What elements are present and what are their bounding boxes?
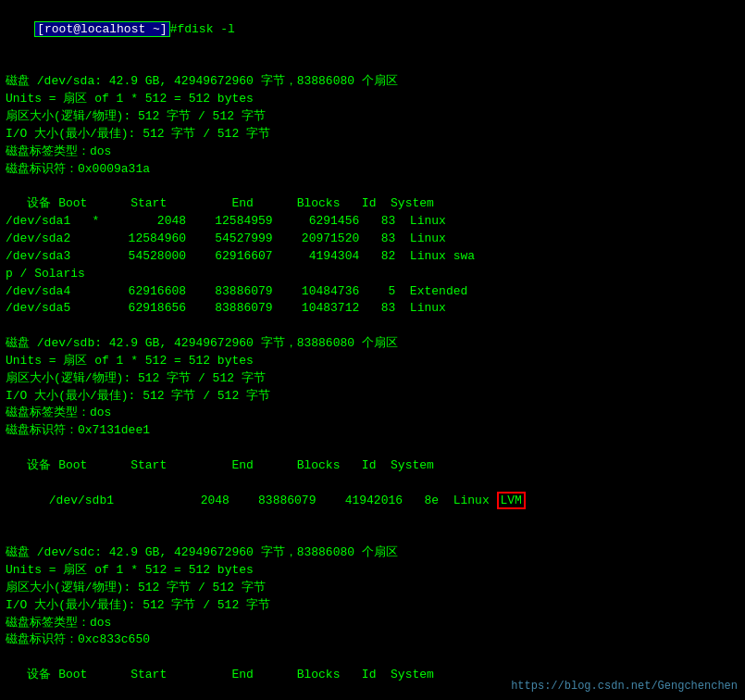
- sda-part-2: /dev/sda3 54528000 62916607 4194304 82 L…: [6, 248, 739, 266]
- sdc-info-0: 磁盘 /dev/sdc: 42.9 GB, 42949672960 字节，838…: [6, 544, 739, 562]
- blank3: [6, 318, 739, 335]
- sda-part-5: /dev/sda5 62918656 83886079 10483712 83 …: [6, 300, 739, 318]
- sdb-partition-line: /dev/sdb1 2048 83886079 41942016 8e Linu…: [6, 475, 739, 528]
- command-text: #fdisk -l: [170, 22, 235, 36]
- sdc-info-1: Units = 扇区 of 1 * 512 = 512 bytes: [6, 562, 739, 580]
- sda-table-header: 设备 Boot Start End Blocks Id System: [6, 195, 739, 213]
- sda-part-1: /dev/sda2 12584960 54527999 20971520 83 …: [6, 231, 739, 248]
- sdb-info-1: Units = 扇区 of 1 * 512 = 512 bytes: [6, 353, 739, 370]
- prompt-highlight: [root@localhost ~]: [34, 21, 169, 37]
- sda-info-4: 磁盘标签类型：dos: [6, 144, 739, 161]
- sdb-part-prefix: /dev/sdb1 2048 83886079 41942016 8e Linu…: [49, 494, 497, 507]
- sda-info-1: Units = 扇区 of 1 * 512 = 512 bytes: [6, 91, 739, 108]
- sdb-info-3: I/O 大小(最小/最佳): 512 字节 / 512 字节: [6, 388, 739, 406]
- sdb-info-5: 磁盘标识符：0x7131dee1: [6, 422, 739, 440]
- sdc-section: 磁盘 /dev/sdc: 42.9 GB, 42949672960 字节，838…: [6, 544, 739, 700]
- command-line: [root@localhost ~]#fdisk -l: [6, 4, 739, 56]
- sdc-info-2: 扇区大小(逻辑/物理): 512 字节 / 512 字节: [6, 580, 739, 597]
- sdb-section: 磁盘 /dev/sdb: 42.9 GB, 42949672960 字节，838…: [6, 335, 739, 527]
- sda-part-4: /dev/sda4 62916608 83886079 10484736 5 E…: [6, 283, 739, 301]
- sda-part-3: p / Solaris: [6, 266, 739, 283]
- blank1: [6, 56, 739, 74]
- sda-info-5: 磁盘标识符：0x0009a31a: [6, 161, 739, 179]
- sdb-info-2: 扇区大小(逻辑/物理): 512 字节 / 512 字节: [6, 370, 739, 388]
- blank2: [6, 178, 739, 195]
- sdb-info-4: 磁盘标签类型：dos: [6, 405, 739, 422]
- sda-info-0: 磁盘 /dev/sda: 42.9 GB, 42949672960 字节，838…: [6, 73, 739, 91]
- sdb-lvm-box: LVM: [497, 492, 526, 509]
- sdc-info-4: 磁盘标签类型：dos: [6, 615, 739, 632]
- blank6: [6, 649, 739, 667]
- sdc-info-5: 磁盘标识符：0xc833c650: [6, 631, 739, 649]
- sdb-table-header: 设备 Boot Start End Blocks Id System: [6, 457, 739, 475]
- blank5: [6, 527, 739, 544]
- sda-info-3: I/O 大小(最小/最佳): 512 字节 / 512 字节: [6, 126, 739, 144]
- terminal: [root@localhost ~]#fdisk -l 磁盘 /dev/sda:…: [0, 0, 745, 700]
- sdc-info-3: I/O 大小(最小/最佳): 512 字节 / 512 字节: [6, 597, 739, 615]
- sda-part-0: /dev/sda1 * 2048 12584959 6291456 83 Lin…: [6, 213, 739, 231]
- blank4: [6, 440, 739, 457]
- sdb-info-0: 磁盘 /dev/sdb: 42.9 GB, 42949672960 字节，838…: [6, 335, 739, 353]
- sda-section: 磁盘 /dev/sda: 42.9 GB, 42949672960 字节，838…: [6, 73, 739, 318]
- watermark: https://blog.csdn.net/Gengchenchen: [511, 680, 738, 693]
- sda-info-2: 扇区大小(逻辑/物理): 512 字节 / 512 字节: [6, 108, 739, 126]
